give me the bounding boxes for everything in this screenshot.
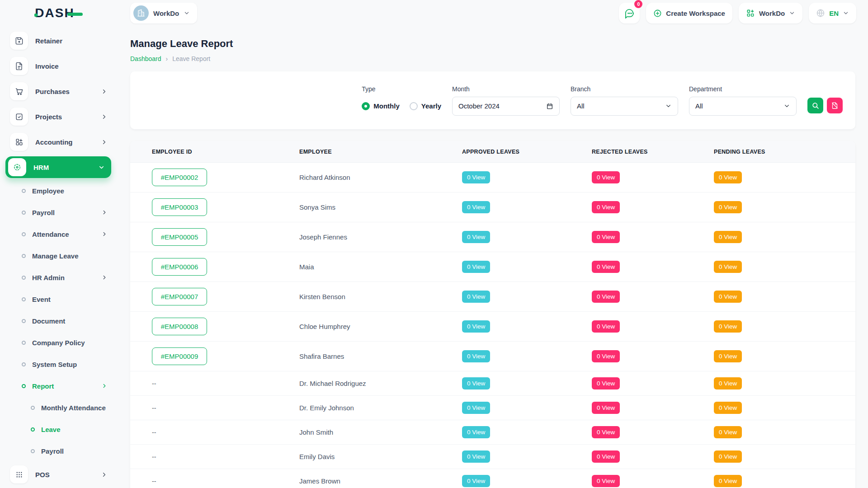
search-button[interactable] [807,98,823,113]
sidebar-item-employee[interactable]: Employee [0,180,118,202]
bullet-icon [22,384,26,388]
chevron-right-icon [101,383,108,389]
rejected-view-badge[interactable]: 0 View [592,377,620,389]
sidebar-item-report[interactable]: Report [0,375,118,397]
chevron-down-icon [783,103,790,109]
file-off-icon [831,102,839,109]
sidebar-item-projects[interactable]: Projects [0,104,118,129]
rejected-view-badge[interactable]: 0 View [592,450,620,463]
table-row: --Emily Davis0 View0 View0 View [130,445,855,469]
approved-view-badge[interactable]: 0 View [462,450,490,463]
workspace-avatar [133,5,149,21]
bullet-icon [31,406,35,410]
employee-name: Shafira Barnes [299,352,344,360]
sidebar-item-pos[interactable]: POS [0,462,118,487]
approved-view-badge[interactable]: 0 View [462,231,490,243]
sidebar-item-accounting[interactable]: Accounting [0,129,118,155]
sidebar-item-leave-report[interactable]: Leave [0,418,118,440]
employee-id-badge[interactable]: #EMP00003 [152,198,207,216]
approved-view-badge[interactable]: 0 View [462,426,490,438]
sidebar-item-company-policy[interactable]: Company Policy [0,332,118,353]
rejected-view-badge[interactable]: 0 View [592,350,620,362]
app-menu-button[interactable]: WorkDo [739,3,802,23]
sidebar-item-label: Invoice [35,62,108,70]
rejected-view-badge[interactable]: 0 View [592,402,620,414]
employee-id-badge[interactable]: #EMP00007 [152,288,207,305]
pending-view-badge[interactable]: 0 View [714,320,742,333]
radio-monthly-label: Monthly [373,102,400,110]
filter-card: Type Monthly Yearly Month October 2024 [130,71,855,129]
pending-view-badge[interactable]: 0 View [714,402,742,414]
sidebar-item-event[interactable]: Event [0,288,118,310]
pending-view-badge[interactable]: 0 View [714,231,742,243]
employee-id-empty: -- [152,478,156,485]
rejected-view-badge[interactable]: 0 View [592,201,620,213]
employee-id-badge[interactable]: #EMP00005 [152,228,207,246]
sidebar-item-payroll[interactable]: Payroll [0,202,118,223]
chevron-down-icon [789,10,795,16]
chevron-right-icon [101,209,108,216]
pending-view-badge[interactable]: 0 View [714,475,742,487]
employee-id-badge[interactable]: #EMP00002 [152,169,207,186]
month-input[interactable]: October 2024 [452,97,560,116]
sidebar-item-purchases[interactable]: Purchases [0,79,118,104]
approved-view-badge[interactable]: 0 View [462,201,490,213]
breadcrumb-dashboard-link[interactable]: Dashboard [130,55,161,62]
sidebar-item-hr-admin[interactable]: HR Admin [0,267,118,288]
sidebar-subitem-label: Manage Leave [32,252,108,260]
filter-actions [807,87,843,113]
rejected-view-badge[interactable]: 0 View [592,320,620,333]
app-logo[interactable]: DASH [0,7,118,19]
sidebar-item-system-setup[interactable]: System Setup [0,353,118,375]
radio-yearly[interactable]: Yearly [410,102,441,110]
breadcrumb-current: Leave Report [172,55,210,62]
pending-view-badge[interactable]: 0 View [714,291,742,303]
approved-view-badge[interactable]: 0 View [462,475,490,487]
sidebar-item-payroll-report[interactable]: Payroll [0,440,118,462]
rejected-view-badge[interactable]: 0 View [592,171,620,183]
rejected-view-badge[interactable]: 0 View [592,261,620,273]
pending-view-badge[interactable]: 0 View [714,350,742,362]
sidebar-subitem-label: Document [32,317,108,325]
employee-id-badge[interactable]: #EMP00009 [152,347,207,365]
rejected-view-badge[interactable]: 0 View [592,475,620,487]
department-select[interactable]: All [689,97,797,116]
reset-filter-button[interactable] [827,98,843,113]
employee-id-badge[interactable]: #EMP00006 [152,258,207,276]
workspace-selector[interactable]: WorkDo [130,3,197,23]
approved-view-badge[interactable]: 0 View [462,377,490,389]
table-row: #EMP00002Richard Atkinson0 View0 View0 V… [130,163,855,192]
branch-value: All [577,102,585,110]
radio-monthly[interactable]: Monthly [362,102,400,110]
sidebar-item-manage-leave[interactable]: Manage Leave [0,245,118,267]
rejected-view-badge[interactable]: 0 View [592,426,620,438]
sidebar-item-attendance[interactable]: Attendance [0,223,118,245]
pending-view-badge[interactable]: 0 View [714,201,742,213]
create-workspace-button[interactable]: Create Workspace [646,3,732,23]
approved-view-badge[interactable]: 0 View [462,402,490,414]
approved-view-badge[interactable]: 0 View [462,320,490,333]
sidebar-subitem-label: Event [32,296,108,303]
approved-view-badge[interactable]: 0 View [462,261,490,273]
hrm-people-icon [8,158,26,176]
rejected-view-badge[interactable]: 0 View [592,231,620,243]
pending-view-badge[interactable]: 0 View [714,426,742,438]
sidebar-item-hrm[interactable]: HRM [5,156,111,178]
pending-view-badge[interactable]: 0 View [714,450,742,463]
sidebar-item-invoice[interactable]: Invoice [0,53,118,79]
employee-id-badge[interactable]: #EMP00008 [152,318,207,335]
language-selector[interactable]: EN [809,3,856,23]
messages-button[interactable]: 0 [619,3,640,23]
sidebar-item-monthly-attendance[interactable]: Monthly Attendance [0,397,118,418]
rejected-view-badge[interactable]: 0 View [592,291,620,303]
pending-view-badge[interactable]: 0 View [714,171,742,183]
sidebar-item-document[interactable]: Document [0,310,118,332]
approved-view-badge[interactable]: 0 View [462,291,490,303]
sidebar-item-retainer[interactable]: Retainer [0,28,118,53]
pending-view-badge[interactable]: 0 View [714,377,742,389]
approved-view-badge[interactable]: 0 View [462,171,490,183]
pending-view-badge[interactable]: 0 View [714,261,742,273]
approved-view-badge[interactable]: 0 View [462,350,490,362]
breadcrumb-separator: › [166,55,168,62]
branch-select[interactable]: All [571,97,678,116]
